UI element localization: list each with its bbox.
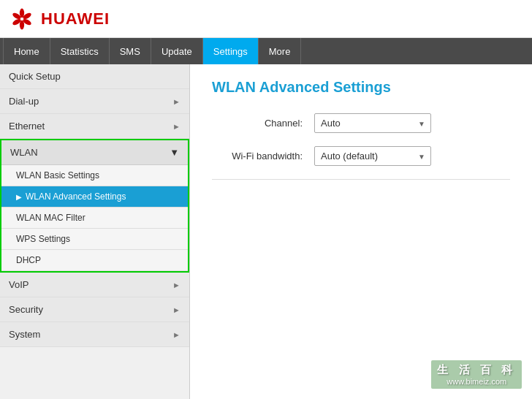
sidebar-subitem-wps[interactable]: WPS Settings (1, 229, 188, 250)
bandwidth-select[interactable]: Auto (default) 20MHz 40MHz (314, 146, 431, 166)
huawei-logo-icon (9, 6, 35, 32)
content-area: WLAN Advanced Settings Channel: Auto 123… (190, 64, 532, 209)
nav-more[interactable]: More (259, 38, 302, 64)
nav-update[interactable]: Update (151, 38, 203, 64)
sidebar-item-system[interactable]: System ► (0, 322, 189, 347)
sidebar-item-ethernet[interactable]: Ethernet ► (0, 114, 189, 139)
bandwidth-select-wrapper: Auto (default) 20MHz 40MHz (314, 146, 431, 166)
navbar: Home Statistics SMS Update Settings More (0, 38, 532, 64)
channel-select[interactable]: Auto 1234 5678 910111213 (314, 113, 431, 133)
chevron-down-icon: ▼ (170, 147, 179, 158)
chevron-right-icon: ► (172, 305, 180, 314)
chevron-right-icon: ► (172, 330, 180, 339)
sidebar-item-voip[interactable]: VoIP ► (0, 273, 189, 297)
chevron-right-icon: ► (172, 122, 180, 131)
sidebar-item-dialup[interactable]: Dial-up ► (0, 89, 189, 114)
sidebar-subitem-dhcp[interactable]: DHCP (1, 250, 188, 271)
watermark: 生 活 百 科 www.bimeiz.com (431, 360, 522, 389)
sidebar-item-quick-setup[interactable]: Quick Setup (0, 64, 189, 89)
nav-settings[interactable]: Settings (203, 38, 259, 64)
sidebar-subitem-wlan-mac[interactable]: WLAN MAC Filter (1, 208, 188, 229)
bandwidth-row: Wi-Fi bandwidth: Auto (default) 20MHz 40… (212, 146, 510, 166)
sidebar-subitem-wlan-advanced[interactable]: WLAN Advanced Settings (1, 186, 188, 208)
chevron-right-icon: ► (172, 281, 180, 289)
channel-label: Channel: (212, 118, 314, 129)
nav-home[interactable]: Home (3, 38, 50, 64)
brand-name: HUAWEI (41, 10, 110, 28)
nav-sms[interactable]: SMS (110, 38, 151, 64)
header: HUAWEI (0, 0, 532, 38)
main-layout: Quick Setup Dial-up ► Ethernet ► WLAN ▼ … (0, 64, 532, 399)
sidebar: Quick Setup Dial-up ► Ethernet ► WLAN ▼ … (0, 64, 190, 399)
nav-statistics[interactable]: Statistics (50, 38, 110, 64)
watermark-chinese: 生 活 百 科 (437, 363, 516, 377)
bandwidth-label: Wi-Fi bandwidth: (212, 151, 314, 162)
channel-row: Channel: Auto 1234 5678 910111213 (212, 113, 510, 133)
content-divider (212, 179, 510, 180)
sidebar-item-security[interactable]: Security ► (0, 297, 189, 322)
channel-select-wrapper: Auto 1234 5678 910111213 (314, 113, 431, 133)
watermark-url: www.bimeiz.com (437, 377, 516, 386)
sidebar-group-wlan: WLAN ▼ WLAN Basic Settings WLAN Advanced… (0, 139, 189, 273)
sidebar-item-wlan[interactable]: WLAN ▼ (1, 140, 188, 165)
page-title: WLAN Advanced Settings (212, 79, 510, 96)
sidebar-subitem-wlan-basic[interactable]: WLAN Basic Settings (1, 165, 188, 186)
chevron-right-icon: ► (172, 97, 180, 106)
